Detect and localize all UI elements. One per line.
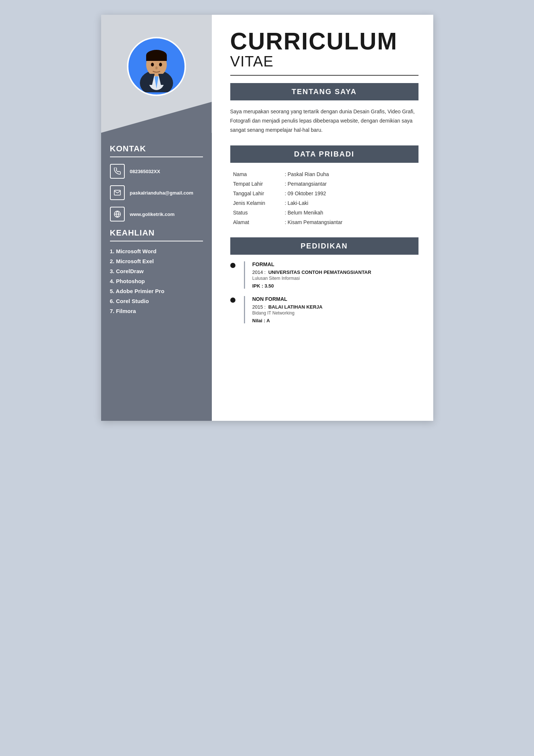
table-row: Jenis Kelamin : Laki-Laki [230,198,418,208]
sidebar: KONTAK 082365032XX [101,15,212,421]
edu-sub-nonformal: Bidang IT Networking [252,310,418,316]
tentang-saya-header: TENTANG SAYA [230,83,418,100]
edu-grade-nonformal: Nilai : A [252,318,418,323]
website-item: www.goliketrik.com [110,207,203,221]
field-label: Jenis Kelamin [230,198,282,208]
data-pribadi-table: Nama : Paskal Rian Duha Tempat Lahir : P… [230,169,418,227]
svg-rect-6 [146,55,167,61]
skill-item: 7. Filmora [110,308,203,314]
field-value: : 09 Oktober 1992 [282,189,418,198]
table-row: Tempat Lahir : Pematangsiantar [230,179,418,189]
edu-item-nonformal: NON FORMAL 2015 : BALAI LATIHAN KERJA Bi… [230,296,418,323]
field-label: Alamat [230,217,282,227]
phone-value: 082365032XX [130,169,160,174]
sidebar-top [101,15,212,133]
edu-year: 2014 [252,269,263,275]
email-icon [110,185,125,200]
pedidikan-header: PEDIDIKAN [230,237,418,255]
tentang-saya-body: Saya merupakan seorang yang tertarik den… [230,107,418,135]
field-value: : Laki-Laki [282,198,418,208]
cv-container: KONTAK 082365032XX [101,15,433,421]
website-icon [110,207,125,221]
field-value: : Pematangsiantar [282,179,418,189]
edu-year-name-nonformal: 2015 : BALAI LATIHAN KERJA [252,304,418,310]
phone-icon [110,164,125,179]
edu-content-formal: FORMAL 2014 : UNIVERSITAS CONTOH PEMATAN… [244,261,418,289]
main-divider [230,75,418,76]
edu-item-formal: FORMAL 2014 : UNIVERSITAS CONTOH PEMATAN… [230,261,418,289]
phone-item: 082365032XX [110,164,203,179]
email-item: paskalrianduha@gmail.com [110,185,203,200]
edu-dot [230,298,235,303]
edu-year: 2015 [252,304,263,310]
profile-photo [127,37,186,96]
skill-item: 5. Adobe Primier Pro [110,288,203,294]
sidebar-content: KONTAK 082365032XX [101,133,212,421]
svg-point-7 [151,63,154,66]
skill-item: 4. Photoshop [110,278,203,284]
field-label: Nama [230,169,282,179]
table-row: Tanggal Lahir : 09 Oktober 1992 [230,189,418,198]
edu-grade-formal: IPK : 3.50 [252,283,418,289]
svg-point-8 [159,63,162,66]
edu-sub-formal: Lulusan Sitem Informasi [252,276,418,281]
data-pribadi-header: DATA PRIBADI [230,145,418,163]
svg-point-9 [155,66,158,69]
field-value: : Belum Menikah [282,208,418,217]
keahlian-divider [110,241,203,241]
edu-institution: BALAI LATIHAN KERJA [268,304,323,310]
edu-category-formal: FORMAL [252,261,418,267]
skill-item: 3. CorelDraw [110,268,203,274]
main-content: CURRICULUM VITAE TENTANG SAYA Saya merup… [212,15,433,421]
edu-content-nonformal: NON FORMAL 2015 : BALAI LATIHAN KERJA Bi… [244,296,418,323]
field-value: : Paskal Rian Duha [282,169,418,179]
field-label: Tanggal Lahir [230,189,282,198]
field-value: : Kisam Pematangsiantar [282,217,418,227]
table-row: Nama : Paskal Rian Duha [230,169,418,179]
edu-category-nonformal: NON FORMAL [252,296,418,302]
field-label: Tempat Lahir [230,179,282,189]
edu-institution: UNIVERSITAS CONTOH PEMATANGSIANTAR [268,269,371,275]
edu-dot [230,263,235,268]
skill-item: 2. Microsoft Exel [110,258,203,264]
cv-title-sub: VITAE [230,53,418,70]
keahlian-title: KEAHLIAN [110,228,203,238]
email-value: paskalrianduha@gmail.com [130,190,193,196]
skill-item: 1. Microsoft Word [110,248,203,254]
kontak-divider [110,157,203,157]
cv-title-large: CURRICULUM [230,30,418,53]
skill-item: 6. Corel Studio [110,298,203,304]
skills-list: 1. Microsoft Word 2. Microsoft Exel 3. C… [110,248,203,314]
table-row: Status : Belum Menikah [230,208,418,217]
kontak-title: KONTAK [110,144,203,154]
education-section: FORMAL 2014 : UNIVERSITAS CONTOH PEMATAN… [230,261,418,323]
edu-year-name-formal: 2014 : UNIVERSITAS CONTOH PEMATANGSIANTA… [252,269,418,275]
website-value: www.goliketrik.com [130,212,175,217]
field-label: Status [230,208,282,217]
table-row: Alamat : Kisam Pematangsiantar [230,217,418,227]
